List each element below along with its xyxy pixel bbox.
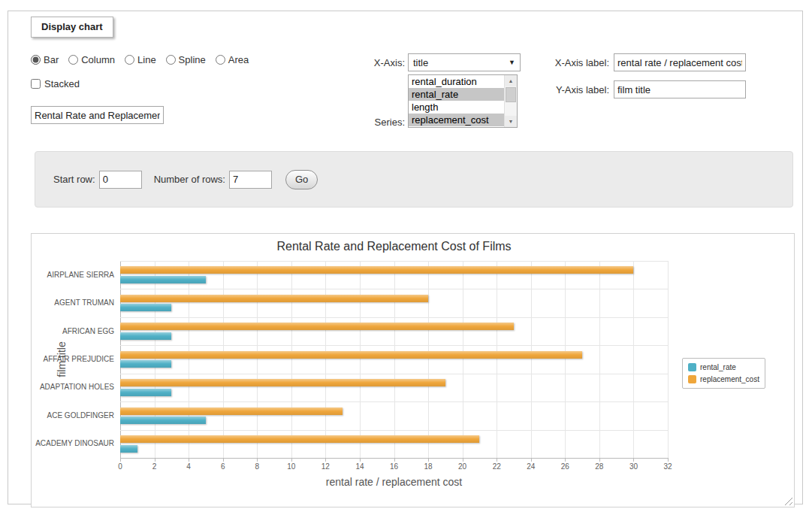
- chart-type-option-column[interactable]: Column: [68, 54, 115, 65]
- x-tick-label: 0: [109, 462, 131, 471]
- gridline: [531, 261, 532, 458]
- bar-rental_rate[interactable]: [120, 276, 206, 283]
- resize-handle-icon[interactable]: [783, 495, 792, 505]
- category-label: AIRPLANE SIERRA: [32, 271, 114, 279]
- chart-title-input[interactable]: [31, 106, 164, 124]
- start-row-input[interactable]: [99, 171, 142, 189]
- bar-rental_rate[interactable]: [120, 417, 206, 424]
- series-listbox[interactable]: rental_durationrental_ratelengthreplacem…: [408, 74, 518, 128]
- stacked-label: Stacked: [44, 78, 80, 89]
- legend-item-replacement_cost[interactable]: replacement_cost: [688, 375, 759, 383]
- chart: Rental Rate and Replacement Cost of Film…: [31, 233, 795, 507]
- category-label: ACE GOLDFINGER: [32, 411, 114, 420]
- bar-rental_rate[interactable]: [120, 445, 137, 453]
- x-tick-label: 8: [246, 462, 268, 471]
- x-tick-label: 2: [143, 462, 166, 471]
- chart-type-radio-column[interactable]: [68, 55, 78, 65]
- chart-type-radio-spline[interactable]: [166, 55, 176, 65]
- chart-type-radio-bar[interactable]: [31, 55, 41, 65]
- series-option-replacement_cost[interactable]: replacement_cost: [409, 114, 504, 126]
- gridline: [120, 289, 668, 289]
- gridline: [463, 261, 463, 458]
- legend-label: replacement_cost: [700, 375, 759, 383]
- panel-title: Display chart: [31, 17, 113, 38]
- series-option-length[interactable]: length: [409, 101, 504, 114]
- x-tick-label: 20: [451, 462, 474, 471]
- chart-type-option-area[interactable]: Area: [216, 54, 249, 65]
- gridline: [120, 345, 668, 346]
- chart-type-option-bar[interactable]: Bar: [31, 54, 59, 65]
- category-label: ACADEMY DINOSAUR: [32, 439, 114, 447]
- chart-type-option-line[interactable]: Line: [125, 54, 156, 65]
- legend-item-rental_rate[interactable]: rental_rate: [688, 363, 759, 371]
- x-tick-label: 28: [588, 462, 611, 471]
- chevron-down-icon: ▼: [509, 59, 515, 66]
- chart-type-radio-line[interactable]: [125, 55, 134, 65]
- series-caption: Series:: [331, 117, 405, 128]
- bar-replacement_cost[interactable]: [120, 295, 428, 302]
- x-tick-label: 30: [622, 462, 644, 471]
- x-tick-label: 16: [383, 462, 406, 471]
- x-axis-select[interactable]: title ▼: [408, 53, 521, 71]
- bar-replacement_cost[interactable]: [120, 266, 633, 274]
- scroll-down-icon[interactable]: ▼: [505, 116, 517, 127]
- chart-title: Rental Rate and Replacement Cost of Film…: [120, 240, 668, 253]
- gridline: [120, 317, 668, 318]
- x-tick-label: 26: [554, 462, 576, 471]
- bar-rental_rate[interactable]: [120, 304, 171, 311]
- bar-replacement_cost[interactable]: [120, 379, 445, 386]
- gridline: [497, 261, 497, 458]
- number-of-rows-caption: Number of rows:: [154, 174, 225, 185]
- legend-swatch-icon: [688, 363, 696, 371]
- legend-swatch-icon: [688, 375, 696, 383]
- x-tick-label: 22: [485, 462, 508, 471]
- gridline: [599, 261, 600, 458]
- gridline: [633, 261, 634, 458]
- x-axis-caption: X-Axis:: [331, 57, 405, 68]
- gridline: [668, 261, 669, 458]
- chart-type-radio-area[interactable]: [216, 55, 225, 65]
- chart-type-radio-group: BarColumnLineSplineArea: [31, 54, 249, 65]
- x-tick-label: 6: [212, 462, 234, 471]
- series-option-rental_rate[interactable]: rental_rate: [409, 88, 504, 101]
- gridline: [325, 261, 326, 458]
- gridline: [120, 401, 668, 402]
- series-option-rental_duration[interactable]: rental_duration: [409, 75, 504, 88]
- gridline: [257, 261, 258, 458]
- category-label: ADAPTATION HOLES: [32, 383, 114, 391]
- bar-rental_rate[interactable]: [120, 332, 171, 340]
- x-axis-label-input[interactable]: [614, 53, 746, 71]
- x-tick-label: 14: [349, 462, 371, 471]
- chart-type-label: Column: [81, 54, 115, 65]
- x-tick-mark: [668, 458, 669, 462]
- gridline: [223, 261, 224, 458]
- bar-replacement_cost[interactable]: [120, 435, 479, 443]
- value-axis-line: [120, 261, 121, 458]
- chart-type-label: Line: [137, 54, 156, 65]
- scroll-thumb[interactable]: [506, 87, 516, 102]
- x-tick-label: 18: [417, 462, 439, 471]
- bar-replacement_cost[interactable]: [120, 407, 343, 415]
- stacked-option[interactable]: Stacked: [31, 78, 80, 89]
- y-axis-label-input[interactable]: [614, 80, 746, 98]
- bar-replacement_cost[interactable]: [120, 323, 514, 330]
- number-of-rows-input[interactable]: [229, 171, 272, 189]
- chart-legend: rental_ratereplacement_cost: [682, 358, 765, 389]
- go-button[interactable]: Go: [285, 170, 318, 189]
- x-tick-label: 32: [657, 462, 679, 471]
- bar-replacement_cost[interactable]: [120, 351, 582, 359]
- bar-rental_rate[interactable]: [120, 360, 171, 368]
- category-label: AFFAIR PREJUDICE: [32, 355, 114, 363]
- gridline: [565, 261, 566, 458]
- bar-rental_rate[interactable]: [120, 389, 171, 396]
- gridline: [155, 261, 155, 458]
- scroll-up-icon[interactable]: ▲: [505, 75, 517, 86]
- stacked-checkbox[interactable]: [31, 79, 41, 89]
- gridline: [120, 430, 668, 431]
- series-scrollbar[interactable]: ▲ ▼: [504, 75, 517, 127]
- rows-panel: Start row: Number of rows: Go: [35, 151, 793, 208]
- legend-label: rental_rate: [700, 363, 736, 371]
- chart-type-option-spline[interactable]: Spline: [166, 54, 206, 65]
- page: Display chart BarColumnLineSplineArea St…: [0, 0, 812, 512]
- x-axis-title: rental rate / replacement cost: [120, 476, 668, 488]
